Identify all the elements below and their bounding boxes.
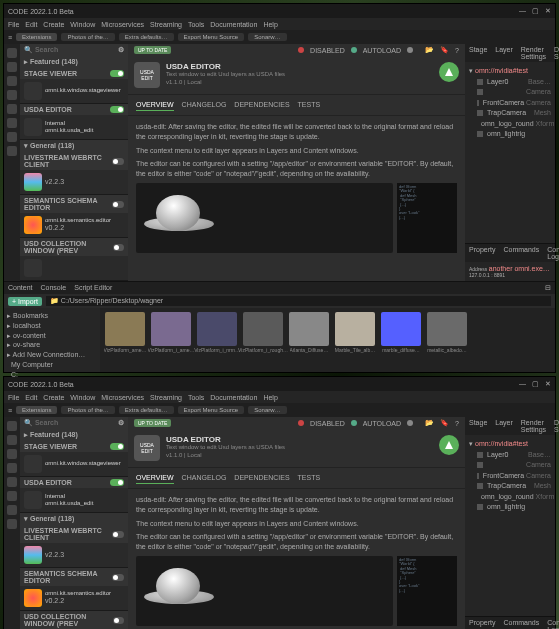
toggle-0[interactable] bbox=[110, 70, 124, 77]
activity-icon-5[interactable] bbox=[7, 491, 17, 501]
status-label-0[interactable]: DISABLED bbox=[310, 420, 345, 427]
tree-item-2[interactable]: FrontCameraCamera bbox=[469, 471, 551, 482]
tree-item-2[interactable]: FrontCameraCamera bbox=[469, 98, 551, 109]
thumb-5[interactable]: Marble_Tile_alb… bbox=[334, 312, 376, 368]
menu-streaming[interactable]: Streaming bbox=[150, 394, 182, 401]
menu-edit[interactable]: Edit bbox=[25, 394, 37, 401]
toggle-4[interactable] bbox=[112, 574, 124, 581]
activity-icon-6[interactable] bbox=[7, 132, 17, 142]
filter-icon[interactable]: ⚙ bbox=[118, 46, 124, 54]
maximize-icon[interactable]: ▢ bbox=[532, 7, 539, 15]
activity-icon-5[interactable] bbox=[7, 118, 17, 128]
tab-Sonarw…[interactable]: Sonarw… bbox=[248, 406, 286, 414]
import-button[interactable]: + Import bbox=[8, 297, 42, 306]
tag-icon[interactable]: 🔖 bbox=[440, 419, 449, 427]
activity-icon-2[interactable] bbox=[7, 76, 17, 86]
open-icon[interactable]: 📂 bbox=[425, 46, 434, 54]
detail-tab-OVERVIEW[interactable]: OVERVIEW bbox=[136, 472, 174, 484]
activity-icon-2[interactable] bbox=[7, 449, 17, 459]
activity-icon-1[interactable] bbox=[7, 435, 17, 445]
activity-icon-0[interactable] bbox=[7, 48, 17, 58]
tree-item-5[interactable]: omn_lightrig bbox=[469, 129, 551, 140]
help-icon[interactable]: ? bbox=[455, 420, 459, 427]
menu-streaming[interactable]: Streaming bbox=[150, 21, 182, 28]
rtab-Stage[interactable]: Stage bbox=[465, 417, 491, 435]
tab-Export Menu Source[interactable]: Export Menu Source bbox=[178, 33, 245, 41]
tree-item-4[interactable]: omn_logo_roundXform bbox=[469, 119, 551, 130]
menu-documentation[interactable]: Documentation bbox=[210, 394, 257, 401]
thumb-1[interactable]: VizPlatform_i_ame… bbox=[150, 312, 192, 368]
toggle-1[interactable] bbox=[110, 479, 124, 486]
tree-item-0[interactable]: Layer0Base… bbox=[469, 77, 551, 88]
btree-3[interactable]: ▸ ov-share bbox=[7, 340, 97, 350]
thumb-6[interactable]: marble_diffuse… bbox=[380, 312, 422, 368]
rtab-Render Settings[interactable]: Render Settings bbox=[517, 417, 550, 435]
menu-microservices[interactable]: Microservices bbox=[101, 21, 144, 28]
menu-create[interactable]: Create bbox=[43, 394, 64, 401]
tree-root[interactable]: ▾ omn://nvidia#test bbox=[469, 66, 551, 77]
menu-tools[interactable]: Tools bbox=[188, 21, 204, 28]
detail-tab-DEPENDENCIES[interactable]: DEPENDENCIES bbox=[234, 472, 289, 484]
status-label-1[interactable]: AUTOLOAD bbox=[363, 47, 401, 54]
activity-icon-7[interactable] bbox=[7, 146, 17, 156]
menu-file[interactable]: File bbox=[8, 394, 19, 401]
menu-documentation[interactable]: Documentation bbox=[210, 21, 257, 28]
ext-item-0[interactable]: omni.kit.window.stageviewer bbox=[20, 452, 128, 476]
tab-Extensions[interactable]: Extensions bbox=[16, 406, 57, 414]
detail-tab-TESTS[interactable]: TESTS bbox=[298, 99, 321, 111]
featured-header[interactable]: ▸ Featured (148) bbox=[20, 429, 128, 441]
activity-icon-3[interactable] bbox=[7, 90, 17, 100]
detail-tab-OVERVIEW[interactable]: OVERVIEW bbox=[136, 99, 174, 111]
tab-Extensions[interactable]: Extensions bbox=[16, 33, 57, 41]
search-input[interactable]: 🔍 Search bbox=[24, 46, 58, 54]
home-icon[interactable]: ≡ bbox=[8, 407, 12, 414]
ptab-Console Log[interactable]: Console Log bbox=[543, 244, 559, 262]
thumb-2[interactable]: VizPlatform_i_nrm… bbox=[196, 312, 238, 368]
detail-tab-TESTS[interactable]: TESTS bbox=[298, 472, 321, 484]
detail-tab-DEPENDENCIES[interactable]: DEPENDENCIES bbox=[234, 99, 289, 111]
close-icon[interactable]: ✕ bbox=[545, 380, 551, 388]
help-icon[interactable]: ? bbox=[455, 47, 459, 54]
ptab-Commands[interactable]: Commands bbox=[499, 244, 543, 262]
toggle-3[interactable] bbox=[112, 158, 124, 165]
activity-icon-3[interactable] bbox=[7, 463, 17, 473]
tab-Photos of the…[interactable]: Photos of the… bbox=[61, 33, 114, 41]
menu-edit[interactable]: Edit bbox=[25, 21, 37, 28]
tree-item-3[interactable]: TrapCameraMesh bbox=[469, 108, 551, 119]
thumb-7[interactable]: metallic_albedo… bbox=[426, 312, 468, 368]
status-label-1[interactable]: AUTOLOAD bbox=[363, 420, 401, 427]
install-icon[interactable] bbox=[439, 435, 459, 455]
ext-item-1[interactable]: Internalomni.kit.usda_edit bbox=[20, 115, 128, 139]
rtab-Debug Settings[interactable]: Debug Settings bbox=[550, 417, 559, 435]
ext-item-5[interactable] bbox=[20, 256, 128, 280]
home-icon[interactable]: ≡ bbox=[8, 34, 12, 41]
tab-Extra defaults…[interactable]: Extra defaults… bbox=[119, 33, 174, 41]
menu-window[interactable]: Window bbox=[70, 394, 95, 401]
toggle-5[interactable] bbox=[113, 244, 124, 251]
toggle-3[interactable] bbox=[112, 531, 124, 538]
ptab-Property[interactable]: Property bbox=[465, 244, 499, 262]
minimize-icon[interactable]: — bbox=[519, 7, 526, 15]
toggle-5[interactable] bbox=[113, 617, 124, 624]
tree-item-0[interactable]: Layer0Base… bbox=[469, 450, 551, 461]
activity-icon-7[interactable] bbox=[7, 519, 17, 529]
rtab-Render Settings[interactable]: Render Settings bbox=[517, 44, 550, 62]
tree-item-4[interactable]: omn_logo_roundXform bbox=[469, 492, 551, 503]
btree-0[interactable]: ▸ Bookmarks bbox=[7, 311, 97, 321]
activity-icon-1[interactable] bbox=[7, 62, 17, 72]
ptab-Console Log[interactable]: Console Log bbox=[543, 617, 559, 629]
tree-root[interactable]: ▾ omn://nvidia#test bbox=[469, 439, 551, 450]
open-icon[interactable]: 📂 bbox=[425, 419, 434, 427]
btree-5[interactable]: My Computer bbox=[7, 360, 97, 370]
toggle-4[interactable] bbox=[112, 201, 124, 208]
tree-item-1[interactable]: Camera bbox=[469, 87, 551, 98]
menu-tools[interactable]: Tools bbox=[188, 394, 204, 401]
rtab-Layer[interactable]: Layer bbox=[491, 417, 517, 435]
btree-2[interactable]: ▸ ov-content bbox=[7, 331, 97, 341]
activity-icon-4[interactable] bbox=[7, 477, 17, 487]
thumb-0[interactable]: VizPlatform_ame… bbox=[104, 312, 146, 368]
btree-1[interactable]: ▸ localhost bbox=[7, 321, 97, 331]
toggle-0[interactable] bbox=[110, 443, 124, 450]
btab-Console[interactable]: Console bbox=[41, 284, 67, 292]
detail-tab-CHANGELOG[interactable]: CHANGELOG bbox=[182, 472, 227, 484]
